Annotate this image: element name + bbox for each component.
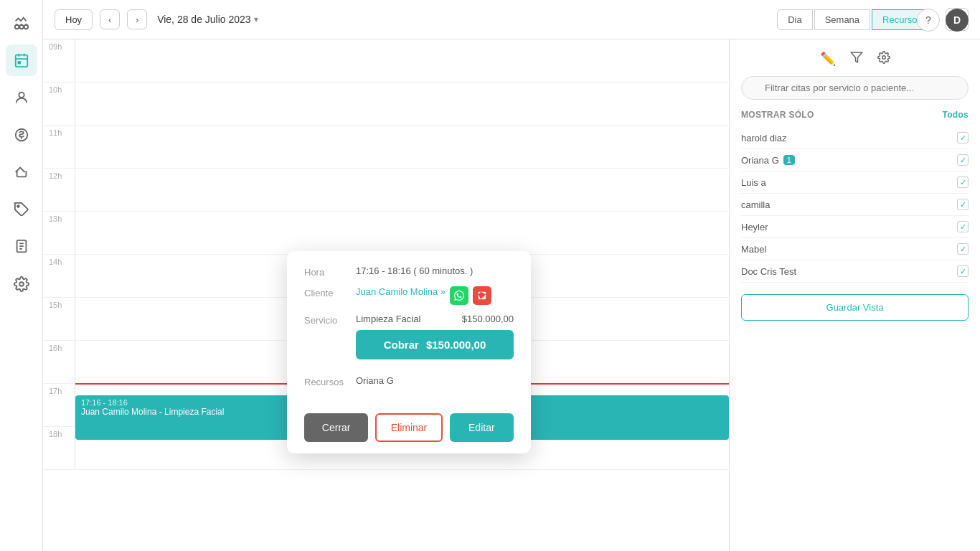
popup-body: Hora 17:16 - 18:16 ( 60 minutos. ) Clien… xyxy=(287,251,531,408)
svg-point-2 xyxy=(24,25,27,29)
service-name: Limpieza Facial xyxy=(356,314,420,324)
resource-checkbox[interactable]: ✓ xyxy=(957,265,969,277)
popup-footer: Cerrar Eliminar Editar xyxy=(287,408,531,453)
resource-name: Oriana G1 xyxy=(741,155,795,166)
servicio-content: Limpieza Facial $150.000,00 Cobrar $150.… xyxy=(356,314,514,367)
resource-name: Luis a xyxy=(741,177,766,188)
guardar-vista-button[interactable]: Guardar Vista xyxy=(741,294,969,321)
hora-label: Hora xyxy=(304,265,356,278)
time-row: 10h xyxy=(43,83,729,126)
sidebar xyxy=(0,0,43,551)
cerrar-button[interactable]: Cerrar xyxy=(304,413,368,442)
sidebar-item-employees[interactable] xyxy=(6,231,37,263)
resource-row: harold diaz ✓ xyxy=(741,127,969,149)
svg-rect-4 xyxy=(18,62,20,64)
cobrar-button[interactable]: Cobrar $150.000,00 xyxy=(356,330,514,359)
time-label: 17h xyxy=(43,384,75,426)
next-button[interactable]: › xyxy=(127,9,147,29)
time-label: 10h xyxy=(43,83,75,125)
resource-checkbox[interactable]: ✓ xyxy=(957,221,969,232)
appointment-popup: Hora 17:16 - 18:16 ( 60 minutos. ) Clien… xyxy=(287,251,531,453)
recursos-label: Recursos xyxy=(304,375,356,387)
filter-icon[interactable] xyxy=(850,51,863,67)
svg-point-9 xyxy=(19,282,24,286)
sidebar-item-tags[interactable] xyxy=(6,194,37,225)
time-label: 14h xyxy=(43,255,75,297)
time-slot[interactable] xyxy=(75,212,729,254)
resource-checkbox[interactable]: ✓ xyxy=(957,199,969,210)
time-slot[interactable] xyxy=(75,39,729,82)
view-semana[interactable]: Semana xyxy=(814,9,870,30)
resource-name: Heyler xyxy=(741,222,768,232)
resource-checkbox[interactable]: ✓ xyxy=(957,154,969,166)
svg-point-5 xyxy=(19,93,24,98)
service-price: $150.000,00 xyxy=(462,314,514,324)
time-label: 11h xyxy=(43,126,75,168)
whatsapp-button[interactable] xyxy=(450,286,468,305)
time-label: 13h xyxy=(43,212,75,254)
prev-button[interactable]: ‹ xyxy=(100,9,120,29)
date-selector[interactable]: Vie, 28 de Julio 2023 xyxy=(157,14,258,25)
resource-checkbox[interactable]: ✓ xyxy=(957,176,969,188)
editar-button[interactable]: Editar xyxy=(450,413,514,442)
sidebar-item-calendar[interactable] xyxy=(6,44,37,76)
time-label: 16h xyxy=(43,341,75,383)
svg-marker-14 xyxy=(851,52,862,62)
time-row: 13h xyxy=(43,212,729,255)
resource-row: Mabel ✓ xyxy=(741,238,969,260)
resource-row: Luis a ✓ xyxy=(741,171,969,194)
panel-icons: ✏️ xyxy=(741,51,969,67)
right-panel: ✏️ 🔍 MOSTRAR SÓLO Todos harold diaz ✓ Or… xyxy=(729,39,980,551)
filter-input[interactable] xyxy=(741,76,969,100)
resource-checkbox[interactable]: ✓ xyxy=(957,132,969,143)
mostrar-solo-label: MOSTRAR SÓLO Todos xyxy=(741,110,969,120)
service-row: Limpieza Facial $150.000,00 xyxy=(356,314,514,324)
today-button[interactable]: Hoy xyxy=(55,9,93,30)
sidebar-item-payments[interactable] xyxy=(6,119,37,151)
svg-point-7 xyxy=(17,205,19,207)
gear-icon[interactable] xyxy=(877,51,890,67)
sidebar-item-marketing[interactable] xyxy=(6,156,37,188)
resource-row: camilla ✓ xyxy=(741,194,969,216)
time-slot[interactable] xyxy=(75,126,729,168)
resource-name: harold diaz xyxy=(741,133,787,143)
todos-button[interactable]: Todos xyxy=(942,110,969,120)
servicio-label: Servicio xyxy=(304,314,356,326)
cliente-name[interactable]: Juan Camilo Molina » xyxy=(356,286,446,297)
time-slot[interactable] xyxy=(75,169,729,211)
svg-point-15 xyxy=(882,56,885,60)
resource-checkbox[interactable]: ✓ xyxy=(957,243,969,255)
time-slot[interactable] xyxy=(75,83,729,125)
resource-row: Doc Cris Test ✓ xyxy=(741,260,969,283)
edit-icon[interactable]: ✏️ xyxy=(820,51,836,67)
time-label: 18h xyxy=(43,427,75,469)
svg-rect-3 xyxy=(15,55,27,67)
time-row: 12h xyxy=(43,169,729,212)
view-buttons: Dia Semana Recursos xyxy=(777,9,933,30)
svg-point-1 xyxy=(19,25,24,29)
view-dia[interactable]: Dia xyxy=(777,9,813,30)
time-label: 12h xyxy=(43,169,75,211)
resources-list: harold diaz ✓ Oriana G1 ✓ Luis a ✓ camil… xyxy=(741,127,969,283)
eliminar-button[interactable]: Eliminar xyxy=(375,413,442,442)
time-label: 09h xyxy=(43,39,75,82)
resource-name: Mabel xyxy=(741,244,766,255)
svg-point-0 xyxy=(14,25,19,29)
user-avatar[interactable]: D xyxy=(946,9,969,32)
sidebar-item-clients[interactable] xyxy=(6,82,37,113)
client-actions xyxy=(450,286,491,305)
resource-row: Oriana G1 ✓ xyxy=(741,149,969,171)
hora-value: 17:16 - 18:16 ( 60 minutos. ) xyxy=(356,265,473,276)
filter-wrap: 🔍 xyxy=(741,76,969,100)
cliente-label: Cliente xyxy=(304,286,356,298)
sidebar-item-settings[interactable] xyxy=(6,268,37,300)
popup-hora-row: Hora 17:16 - 18:16 ( 60 minutos. ) xyxy=(304,265,514,278)
resource-name: Doc Cris Test xyxy=(741,266,796,277)
sidebar-item-analytics[interactable] xyxy=(6,7,37,39)
popup-recursos-row: Recursos Oriana G xyxy=(304,375,514,387)
help-button[interactable]: ? xyxy=(917,9,940,32)
recursos-value: Oriana G xyxy=(356,375,394,386)
time-label: 15h xyxy=(43,298,75,340)
record-button[interactable] xyxy=(473,286,491,305)
topbar: Hoy ‹ › Vie, 28 de Julio 2023 Dia Semana… xyxy=(43,0,980,39)
